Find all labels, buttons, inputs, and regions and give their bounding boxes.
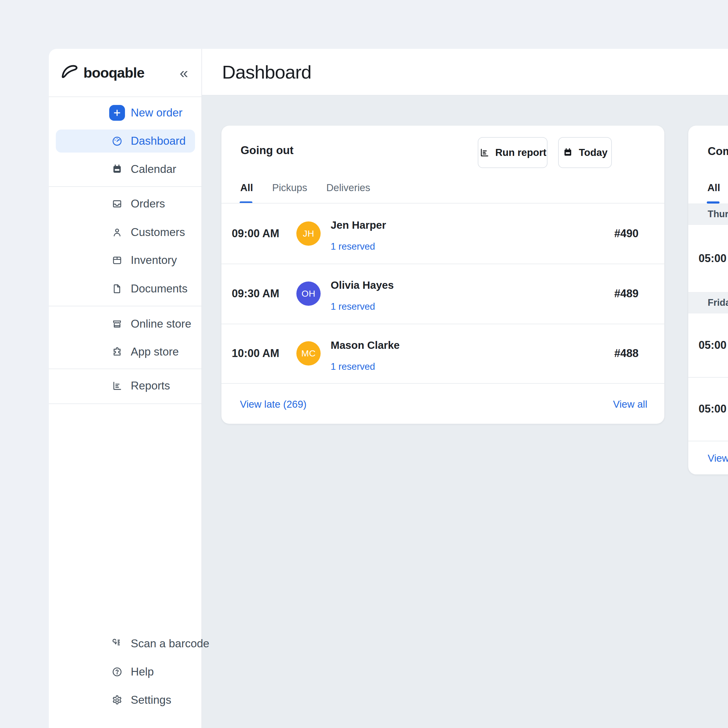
order-row[interactable]: 10:00 AM MC Mason Clarke 1 reserved #488 bbox=[222, 324, 664, 383]
file-icon bbox=[111, 283, 123, 295]
calendar-icon bbox=[562, 147, 573, 158]
avatar: JH bbox=[296, 222, 321, 246]
customer-name: Jen Harper bbox=[330, 219, 386, 231]
avatar: OH bbox=[296, 281, 321, 306]
sidebar-item-label: Customers bbox=[131, 226, 185, 239]
day-label: Thursday bbox=[708, 209, 728, 220]
sidebar-item-label: Scan a barcode bbox=[131, 637, 209, 650]
divider bbox=[49, 96, 202, 97]
avatar-initials: JH bbox=[303, 228, 314, 239]
gauge-icon bbox=[111, 135, 123, 147]
tab-pickups[interactable]: Pickups bbox=[272, 182, 307, 194]
order-row[interactable]: 09:30 AM OH Olivia Hayes 1 reserved #489 bbox=[222, 264, 664, 324]
coming-in-tabs: All bbox=[707, 182, 720, 194]
day-band-thursday: Thursday bbox=[688, 203, 728, 225]
avatar-initials: OH bbox=[301, 289, 315, 299]
reserved-link[interactable]: 1 reserved bbox=[330, 361, 375, 372]
page-header: Dashboard bbox=[202, 49, 728, 96]
bar-chart-icon bbox=[479, 147, 490, 158]
sidebar-item-label: New order bbox=[131, 107, 183, 119]
sidebar-item-online-store[interactable]: Online store bbox=[49, 310, 202, 338]
sidebar-item-label: Reports bbox=[131, 379, 170, 392]
sidebar-item-settings[interactable]: Settings bbox=[49, 686, 202, 714]
sidebar-item-label: App store bbox=[131, 346, 179, 358]
inbox-icon bbox=[111, 198, 123, 210]
tab-all[interactable]: All bbox=[240, 182, 253, 194]
box-icon bbox=[111, 254, 123, 266]
sidebar-collapse-button[interactable]: « bbox=[180, 49, 188, 96]
order-number: #489 bbox=[614, 287, 639, 300]
row-time: 09:00 AM bbox=[232, 227, 279, 240]
divider bbox=[49, 186, 202, 187]
sidebar-item-orders[interactable]: Orders bbox=[49, 190, 202, 218]
puzzle-icon bbox=[111, 346, 123, 358]
view-late-link[interactable]: View late (269) bbox=[240, 399, 307, 410]
storefront-icon bbox=[111, 318, 123, 330]
reserved-link[interactable]: 1 reserved bbox=[330, 301, 375, 312]
order-row[interactable]: 05:00 bbox=[688, 225, 728, 292]
tab-deliveries[interactable]: Deliveries bbox=[326, 182, 370, 194]
sidebar-item-label: Settings bbox=[131, 694, 171, 707]
active-tab-underline bbox=[707, 202, 719, 203]
page-title: Dashboard bbox=[222, 49, 311, 95]
day-label: Friday bbox=[708, 297, 728, 308]
customer-name: Olivia Hayes bbox=[330, 279, 394, 292]
run-report-button[interactable]: Run report bbox=[478, 137, 548, 168]
view-all-link[interactable]: View all bbox=[613, 399, 647, 410]
sidebar: booqable « New order Dashboard bbox=[49, 49, 202, 728]
order-row[interactable]: 05:00 bbox=[688, 314, 728, 377]
brand-wordmark: booqable bbox=[83, 49, 144, 96]
going-out-card: Going out Run report Today All Pickups D… bbox=[222, 125, 664, 424]
sidebar-item-label: Calendar bbox=[131, 163, 176, 176]
day-band-friday: Friday bbox=[688, 292, 728, 314]
sidebar-item-label: Dashboard bbox=[131, 135, 186, 147]
button-label: Run report bbox=[496, 147, 547, 158]
order-row[interactable]: 05:00 bbox=[688, 377, 728, 441]
sidebar-item-inventory[interactable]: Inventory bbox=[49, 246, 202, 274]
sidebar-item-documents[interactable]: Documents bbox=[49, 275, 202, 303]
today-button[interactable]: Today bbox=[558, 137, 612, 168]
sidebar-item-calendar[interactable]: Calendar bbox=[49, 155, 202, 183]
order-number: #488 bbox=[614, 347, 639, 360]
button-label: Today bbox=[579, 147, 607, 158]
booqable-boomerang-icon bbox=[59, 60, 82, 83]
reserved-link[interactable]: 1 reserved bbox=[330, 241, 375, 252]
coming-in-card: Coming in All Thursday 05:00 Friday 05:0… bbox=[688, 125, 728, 474]
divider bbox=[49, 404, 202, 404]
brand-logo: booqable « bbox=[49, 49, 202, 96]
divider bbox=[49, 369, 202, 369]
gear-icon bbox=[111, 694, 123, 706]
person-icon bbox=[111, 226, 123, 239]
card-title: Coming in bbox=[708, 145, 728, 158]
tab-all[interactable]: All bbox=[707, 182, 720, 194]
divider bbox=[49, 306, 202, 306]
view-all-link[interactable]: View all bbox=[708, 453, 728, 464]
order-number: #490 bbox=[614, 227, 639, 240]
avatar: MC bbox=[296, 341, 321, 366]
plus-icon bbox=[109, 105, 125, 121]
divider bbox=[688, 441, 728, 441]
sidebar-item-help[interactable]: Help bbox=[49, 658, 202, 686]
help-circle-icon bbox=[111, 666, 123, 678]
sidebar-item-dashboard[interactable]: Dashboard bbox=[49, 127, 202, 155]
sidebar-item-label: Orders bbox=[131, 197, 165, 210]
sidebar-item-customers[interactable]: Customers bbox=[49, 218, 202, 246]
sidebar-item-label: Help bbox=[131, 665, 154, 678]
sidebar-item-new-order[interactable]: New order bbox=[49, 99, 202, 127]
row-time: 05:00 bbox=[699, 402, 726, 415]
sidebar-item-scan-a-barcode[interactable]: Scan a barcode bbox=[49, 629, 202, 658]
order-row[interactable]: 09:00 AM JH Jen Harper 1 reserved #490 bbox=[222, 203, 664, 264]
divider bbox=[222, 383, 664, 384]
app-root: Dashboard booqable « New order bbox=[0, 0, 728, 728]
calendar-icon bbox=[111, 163, 123, 175]
sidebar-item-app-store[interactable]: App store bbox=[49, 338, 202, 366]
card-title: Going out bbox=[240, 144, 294, 157]
row-time: 05:00 bbox=[699, 252, 726, 265]
row-time: 09:30 AM bbox=[232, 287, 279, 300]
sidebar-item-label: Documents bbox=[131, 282, 187, 295]
bar-chart-icon bbox=[111, 380, 123, 392]
row-time: 10:00 AM bbox=[232, 347, 279, 360]
sidebar-item-label: Online store bbox=[131, 318, 191, 330]
sidebar-item-reports[interactable]: Reports bbox=[49, 372, 202, 400]
customer-name: Mason Clarke bbox=[330, 339, 400, 352]
